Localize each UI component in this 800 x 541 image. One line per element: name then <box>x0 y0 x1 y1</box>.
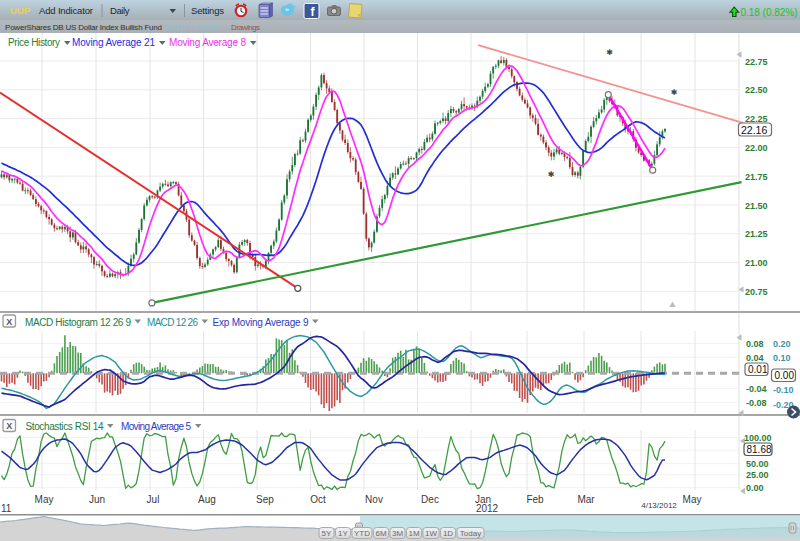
svg-text:81.68: 81.68 <box>747 444 772 455</box>
svg-text:Moving Average 5: Moving Average 5 <box>121 421 191 432</box>
svg-text:PowerShares DB US Dollar Index: PowerShares DB US Dollar Index Bullish F… <box>5 23 162 32</box>
svg-text:Stochastics RSI 14: Stochastics RSI 14 <box>26 421 104 432</box>
svg-text:Dec: Dec <box>421 494 439 505</box>
svg-text:22.00: 22.00 <box>745 143 768 153</box>
svg-text:2012: 2012 <box>476 503 499 514</box>
svg-text:✱: ✱ <box>548 170 555 179</box>
svg-text:Price History: Price History <box>8 37 60 48</box>
svg-text:0.10: 0.10 <box>773 353 791 363</box>
svg-text:Moving Average 21: Moving Average 21 <box>72 37 155 48</box>
svg-text:6M: 6M <box>375 529 386 538</box>
svg-text:-0.08: -0.08 <box>746 398 767 408</box>
svg-text:YTD: YTD <box>354 529 370 538</box>
svg-text:Exp Moving Average 9: Exp Moving Average 9 <box>213 317 309 328</box>
svg-text:X: X <box>6 317 12 327</box>
svg-text:1M: 1M <box>408 529 419 538</box>
svg-text:Add to Portfolio: Add to Portfolio <box>166 23 221 32</box>
svg-text:Aug: Aug <box>198 494 216 505</box>
svg-text:21.00: 21.00 <box>745 258 768 268</box>
svg-text:1W: 1W <box>425 529 437 538</box>
svg-text:0.01: 0.01 <box>748 364 768 375</box>
svg-text:Nov: Nov <box>365 494 383 505</box>
svg-text:11: 11 <box>1 503 12 514</box>
svg-text:May: May <box>683 494 702 505</box>
svg-text:5Y: 5Y <box>322 529 332 538</box>
svg-text:4/13/2012: 4/13/2012 <box>641 501 677 510</box>
svg-text:✱: ✱ <box>671 88 678 97</box>
svg-text:22.16: 22.16 <box>741 124 767 136</box>
svg-text:Feb: Feb <box>526 494 544 505</box>
svg-text:20.75: 20.75 <box>745 287 768 297</box>
svg-text:Sep: Sep <box>256 494 274 505</box>
svg-text:MACD 12 26: MACD 12 26 <box>147 317 198 328</box>
svg-text:50.00: 50.00 <box>746 459 769 469</box>
svg-text:Drawings: Drawings <box>231 23 260 32</box>
svg-text:0.18 (0.82%): 0.18 (0.82%) <box>741 7 798 18</box>
svg-text:Jul: Jul <box>147 494 160 505</box>
svg-text:22.75: 22.75 <box>745 57 768 67</box>
svg-text:100.00: 100.00 <box>744 433 772 443</box>
svg-text:Daily: Daily <box>110 5 130 16</box>
svg-text:0.08: 0.08 <box>746 339 764 349</box>
svg-text:Mar: Mar <box>577 494 595 505</box>
svg-text:Moving Average 8: Moving Average 8 <box>169 37 246 48</box>
svg-text:1D: 1D <box>443 529 453 538</box>
svg-text:Today: Today <box>460 529 481 538</box>
svg-text:0.20: 0.20 <box>773 339 791 349</box>
svg-text:UUP: UUP <box>10 5 31 16</box>
svg-text:21.75: 21.75 <box>745 172 768 182</box>
svg-text:3M: 3M <box>392 529 403 538</box>
svg-text:0.00: 0.00 <box>746 483 764 493</box>
svg-text:MACD Histogram 12 26 9: MACD Histogram 12 26 9 <box>25 317 131 328</box>
svg-text:22.50: 22.50 <box>745 85 768 95</box>
svg-text:25.00: 25.00 <box>746 470 769 480</box>
svg-text:21.25: 21.25 <box>745 229 768 239</box>
svg-text:-0.10: -0.10 <box>773 385 794 395</box>
svg-text:Settings: Settings <box>191 5 224 16</box>
svg-text:0.00: 0.00 <box>775 370 795 381</box>
svg-text:Add Indicator: Add Indicator <box>39 5 93 16</box>
svg-text:✱: ✱ <box>606 48 613 57</box>
svg-text:0.04: 0.04 <box>746 353 764 363</box>
svg-text:1Y: 1Y <box>338 529 348 538</box>
svg-text:-0.04: -0.04 <box>746 384 767 394</box>
svg-text:Jun: Jun <box>89 494 105 505</box>
svg-text:X: X <box>6 421 12 431</box>
svg-text:21.50: 21.50 <box>745 201 768 211</box>
svg-text:Oct: Oct <box>310 494 326 505</box>
svg-text:May: May <box>35 494 54 505</box>
